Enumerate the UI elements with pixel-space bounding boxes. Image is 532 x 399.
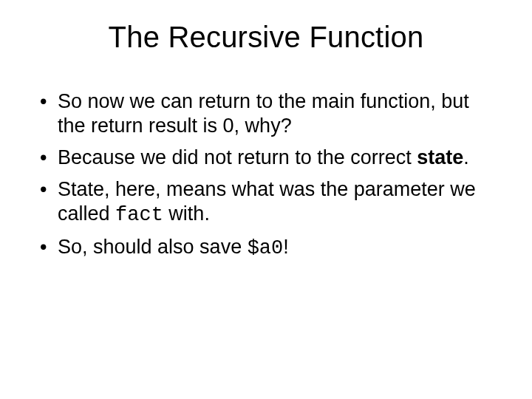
list-item: State, here, means what was the paramete… xyxy=(37,177,495,228)
bullet-text-bold: state xyxy=(417,146,463,168)
bullet-text-code: $a0 xyxy=(248,237,284,259)
bullet-text-code: fact xyxy=(115,204,163,226)
slide-title: The Recursive Function xyxy=(37,21,495,54)
bullet-text: So, should also save xyxy=(58,236,248,258)
list-item: So, should also save $a0! xyxy=(37,235,495,261)
bullet-text: ! xyxy=(283,236,289,258)
bullet-text: Because we did not return to the correct xyxy=(58,146,417,168)
list-item: So now we can return to the main functio… xyxy=(37,89,495,138)
bullet-text: So now we can return to the main functio… xyxy=(58,90,469,137)
slide: The Recursive Function So now we can ret… xyxy=(0,0,532,399)
bullet-text: with. xyxy=(163,202,210,225)
bullet-text: . xyxy=(463,146,469,168)
bullet-list: So now we can return to the main functio… xyxy=(37,89,495,261)
list-item: Because we did not return to the correct… xyxy=(37,146,495,170)
